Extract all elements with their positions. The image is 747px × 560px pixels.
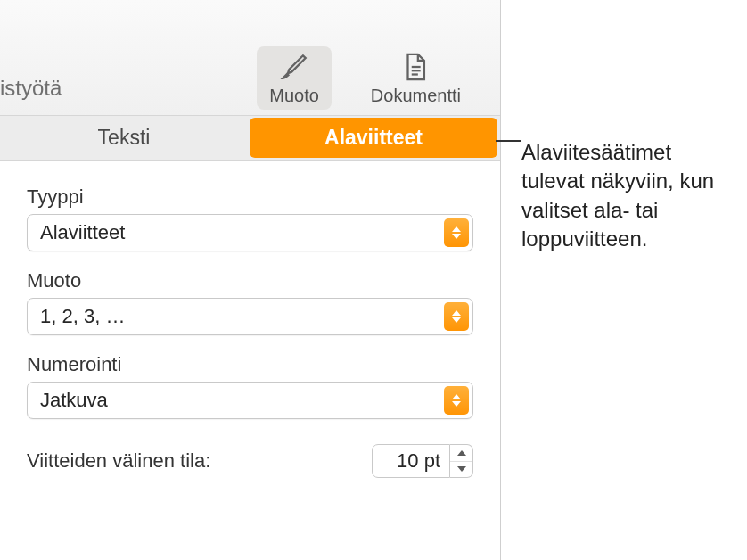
numbering-dropdown[interactable]: Jatkuva bbox=[27, 382, 473, 419]
chevron-up-down-icon bbox=[444, 218, 469, 247]
numbering-dropdown-value: Jatkuva bbox=[40, 389, 444, 412]
spacing-input[interactable]: 10 pt bbox=[372, 444, 450, 478]
format-field-group: Muoto 1, 2, 3, … bbox=[27, 269, 473, 335]
spacing-label: Viitteiden välinen tila: bbox=[27, 449, 372, 473]
toolbar-partial-label: istyötä bbox=[0, 76, 62, 101]
toolbar: istyötä Muoto Dokumentti bbox=[0, 0, 500, 116]
format-dropdown-value: 1, 2, 3, … bbox=[40, 305, 444, 328]
tab-bar: Teksti Alaviitteet bbox=[0, 116, 500, 161]
brush-icon bbox=[279, 52, 309, 82]
spacing-stepper-down[interactable] bbox=[450, 462, 472, 478]
chevron-up-down-icon bbox=[444, 386, 469, 415]
document-icon bbox=[400, 52, 431, 82]
document-button-label: Dokumentti bbox=[371, 86, 461, 106]
callout-text: Alaviitesäätimet tulevat näkyviin, kun v… bbox=[521, 138, 735, 254]
format-button[interactable]: Muoto bbox=[257, 46, 332, 110]
format-label: Muoto bbox=[27, 269, 473, 292]
format-button-label: Muoto bbox=[269, 86, 319, 106]
callout-leader-line bbox=[496, 140, 521, 142]
type-label: Tyyppi bbox=[27, 185, 473, 209]
chevron-up-down-icon bbox=[444, 302, 469, 331]
tab-footnotes[interactable]: Alaviitteet bbox=[250, 118, 497, 158]
inspector-panel: istyötä Muoto Dokumentti bbox=[0, 0, 501, 560]
numbering-label: Numerointi bbox=[27, 353, 473, 376]
type-dropdown[interactable]: Alaviitteet bbox=[27, 214, 473, 251]
format-dropdown[interactable]: 1, 2, 3, … bbox=[27, 298, 473, 335]
spacing-stepper-up[interactable] bbox=[450, 445, 472, 462]
type-dropdown-value: Alaviitteet bbox=[40, 221, 444, 244]
spacing-stepper bbox=[450, 444, 473, 478]
spacing-row: Viitteiden välinen tila: 10 pt bbox=[27, 444, 473, 478]
footnotes-content: Tyyppi Alaviitteet Muoto 1, 2, 3, … Nume… bbox=[0, 161, 500, 478]
type-field-group: Tyyppi Alaviitteet bbox=[27, 185, 473, 251]
document-button[interactable]: Dokumentti bbox=[358, 46, 473, 110]
toolbar-buttons: Muoto Dokumentti bbox=[257, 46, 473, 110]
tab-text[interactable]: Teksti bbox=[0, 116, 248, 160]
numbering-field-group: Numerointi Jatkuva bbox=[27, 353, 473, 419]
